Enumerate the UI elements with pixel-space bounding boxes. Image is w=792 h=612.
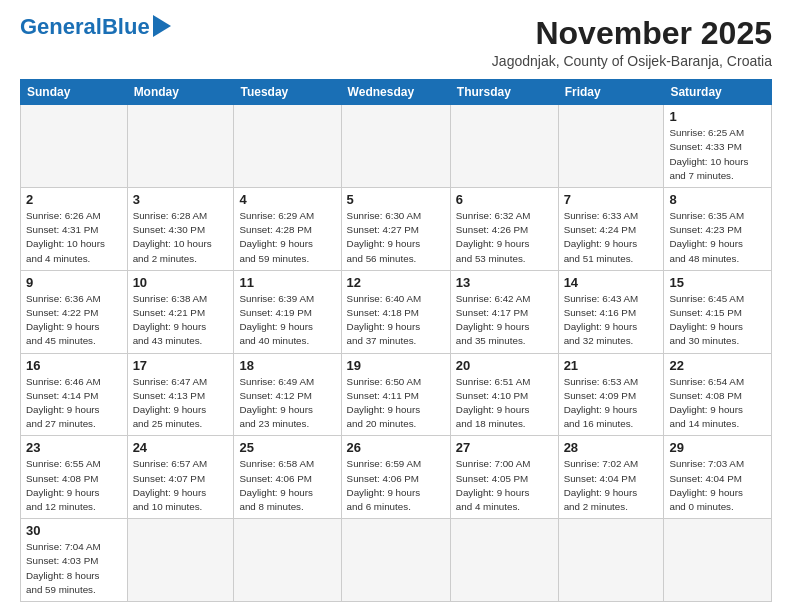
- calendar-header-row: Sunday Monday Tuesday Wednesday Thursday…: [21, 80, 772, 105]
- day-info: Sunrise: 6:33 AM Sunset: 4:24 PM Dayligh…: [564, 209, 659, 266]
- calendar-week-row: 23Sunrise: 6:55 AM Sunset: 4:08 PM Dayli…: [21, 436, 772, 519]
- table-row: 11Sunrise: 6:39 AM Sunset: 4:19 PM Dayli…: [234, 270, 341, 353]
- day-info: Sunrise: 6:46 AM Sunset: 4:14 PM Dayligh…: [26, 375, 122, 432]
- table-row: 13Sunrise: 6:42 AM Sunset: 4:17 PM Dayli…: [450, 270, 558, 353]
- logo-triangle-icon: [153, 15, 171, 37]
- calendar-week-row: 1Sunrise: 6:25 AM Sunset: 4:33 PM Daylig…: [21, 105, 772, 188]
- day-number: 14: [564, 275, 659, 290]
- table-row: [234, 519, 341, 602]
- day-number: 20: [456, 358, 553, 373]
- day-info: Sunrise: 6:45 AM Sunset: 4:15 PM Dayligh…: [669, 292, 766, 349]
- day-number: 5: [347, 192, 445, 207]
- table-row: 23Sunrise: 6:55 AM Sunset: 4:08 PM Dayli…: [21, 436, 128, 519]
- day-number: 7: [564, 192, 659, 207]
- day-info: Sunrise: 6:28 AM Sunset: 4:30 PM Dayligh…: [133, 209, 229, 266]
- day-info: Sunrise: 7:03 AM Sunset: 4:04 PM Dayligh…: [669, 457, 766, 514]
- day-number: 24: [133, 440, 229, 455]
- day-number: 18: [239, 358, 335, 373]
- table-row: 30Sunrise: 7:04 AM Sunset: 4:03 PM Dayli…: [21, 519, 128, 602]
- day-info: Sunrise: 6:57 AM Sunset: 4:07 PM Dayligh…: [133, 457, 229, 514]
- day-info: Sunrise: 7:00 AM Sunset: 4:05 PM Dayligh…: [456, 457, 553, 514]
- day-number: 27: [456, 440, 553, 455]
- day-number: 12: [347, 275, 445, 290]
- table-row: 25Sunrise: 6:58 AM Sunset: 4:06 PM Dayli…: [234, 436, 341, 519]
- header-saturday: Saturday: [664, 80, 772, 105]
- day-info: Sunrise: 6:30 AM Sunset: 4:27 PM Dayligh…: [347, 209, 445, 266]
- day-number: 21: [564, 358, 659, 373]
- day-number: 29: [669, 440, 766, 455]
- day-number: 19: [347, 358, 445, 373]
- header-tuesday: Tuesday: [234, 80, 341, 105]
- header-thursday: Thursday: [450, 80, 558, 105]
- day-number: 22: [669, 358, 766, 373]
- table-row: 10Sunrise: 6:38 AM Sunset: 4:21 PM Dayli…: [127, 270, 234, 353]
- table-row: 24Sunrise: 6:57 AM Sunset: 4:07 PM Dayli…: [127, 436, 234, 519]
- day-number: 6: [456, 192, 553, 207]
- logo-general: General: [20, 14, 102, 39]
- day-number: 1: [669, 109, 766, 124]
- calendar-week-row: 2Sunrise: 6:26 AM Sunset: 4:31 PM Daylig…: [21, 188, 772, 271]
- day-number: 11: [239, 275, 335, 290]
- day-number: 8: [669, 192, 766, 207]
- day-info: Sunrise: 6:59 AM Sunset: 4:06 PM Dayligh…: [347, 457, 445, 514]
- calendar-week-row: 9Sunrise: 6:36 AM Sunset: 4:22 PM Daylig…: [21, 270, 772, 353]
- day-info: Sunrise: 6:25 AM Sunset: 4:33 PM Dayligh…: [669, 126, 766, 183]
- table-row: 22Sunrise: 6:54 AM Sunset: 4:08 PM Dayli…: [664, 353, 772, 436]
- day-info: Sunrise: 7:02 AM Sunset: 4:04 PM Dayligh…: [564, 457, 659, 514]
- title-area: November 2025 Jagodnjak, County of Osije…: [492, 16, 772, 69]
- table-row: 2Sunrise: 6:26 AM Sunset: 4:31 PM Daylig…: [21, 188, 128, 271]
- day-number: 10: [133, 275, 229, 290]
- table-row: 6Sunrise: 6:32 AM Sunset: 4:26 PM Daylig…: [450, 188, 558, 271]
- day-number: 26: [347, 440, 445, 455]
- table-row: 15Sunrise: 6:45 AM Sunset: 4:15 PM Dayli…: [664, 270, 772, 353]
- day-number: 3: [133, 192, 229, 207]
- day-number: 30: [26, 523, 122, 538]
- day-info: Sunrise: 7:04 AM Sunset: 4:03 PM Dayligh…: [26, 540, 122, 597]
- table-row: 14Sunrise: 6:43 AM Sunset: 4:16 PM Dayli…: [558, 270, 664, 353]
- table-row: [450, 105, 558, 188]
- table-row: [341, 519, 450, 602]
- table-row: 19Sunrise: 6:50 AM Sunset: 4:11 PM Dayli…: [341, 353, 450, 436]
- day-info: Sunrise: 6:47 AM Sunset: 4:13 PM Dayligh…: [133, 375, 229, 432]
- table-row: [127, 105, 234, 188]
- day-info: Sunrise: 6:54 AM Sunset: 4:08 PM Dayligh…: [669, 375, 766, 432]
- page-header: GeneralBlue November 2025 Jagodnjak, Cou…: [20, 16, 772, 69]
- day-info: Sunrise: 6:36 AM Sunset: 4:22 PM Dayligh…: [26, 292, 122, 349]
- table-row: 27Sunrise: 7:00 AM Sunset: 4:05 PM Dayli…: [450, 436, 558, 519]
- day-info: Sunrise: 6:42 AM Sunset: 4:17 PM Dayligh…: [456, 292, 553, 349]
- day-info: Sunrise: 6:29 AM Sunset: 4:28 PM Dayligh…: [239, 209, 335, 266]
- day-info: Sunrise: 6:55 AM Sunset: 4:08 PM Dayligh…: [26, 457, 122, 514]
- table-row: 12Sunrise: 6:40 AM Sunset: 4:18 PM Dayli…: [341, 270, 450, 353]
- table-row: 21Sunrise: 6:53 AM Sunset: 4:09 PM Dayli…: [558, 353, 664, 436]
- day-info: Sunrise: 6:43 AM Sunset: 4:16 PM Dayligh…: [564, 292, 659, 349]
- calendar-week-row: 30Sunrise: 7:04 AM Sunset: 4:03 PM Dayli…: [21, 519, 772, 602]
- day-info: Sunrise: 6:53 AM Sunset: 4:09 PM Dayligh…: [564, 375, 659, 432]
- day-info: Sunrise: 6:32 AM Sunset: 4:26 PM Dayligh…: [456, 209, 553, 266]
- day-number: 25: [239, 440, 335, 455]
- table-row: [450, 519, 558, 602]
- month-title: November 2025: [492, 16, 772, 51]
- table-row: [558, 105, 664, 188]
- header-wednesday: Wednesday: [341, 80, 450, 105]
- day-number: 28: [564, 440, 659, 455]
- table-row: 3Sunrise: 6:28 AM Sunset: 4:30 PM Daylig…: [127, 188, 234, 271]
- day-number: 13: [456, 275, 553, 290]
- table-row: 18Sunrise: 6:49 AM Sunset: 4:12 PM Dayli…: [234, 353, 341, 436]
- table-row: [234, 105, 341, 188]
- table-row: 1Sunrise: 6:25 AM Sunset: 4:33 PM Daylig…: [664, 105, 772, 188]
- table-row: [664, 519, 772, 602]
- logo-area: GeneralBlue: [20, 16, 171, 38]
- day-info: Sunrise: 6:51 AM Sunset: 4:10 PM Dayligh…: [456, 375, 553, 432]
- header-sunday: Sunday: [21, 80, 128, 105]
- logo-blue: Blue: [102, 14, 150, 39]
- table-row: 16Sunrise: 6:46 AM Sunset: 4:14 PM Dayli…: [21, 353, 128, 436]
- logo-text: GeneralBlue: [20, 16, 150, 38]
- table-row: [341, 105, 450, 188]
- table-row: 8Sunrise: 6:35 AM Sunset: 4:23 PM Daylig…: [664, 188, 772, 271]
- day-info: Sunrise: 6:58 AM Sunset: 4:06 PM Dayligh…: [239, 457, 335, 514]
- table-row: [21, 105, 128, 188]
- location-subtitle: Jagodnjak, County of Osijek-Baranja, Cro…: [492, 53, 772, 69]
- day-number: 4: [239, 192, 335, 207]
- table-row: [558, 519, 664, 602]
- table-row: 20Sunrise: 6:51 AM Sunset: 4:10 PM Dayli…: [450, 353, 558, 436]
